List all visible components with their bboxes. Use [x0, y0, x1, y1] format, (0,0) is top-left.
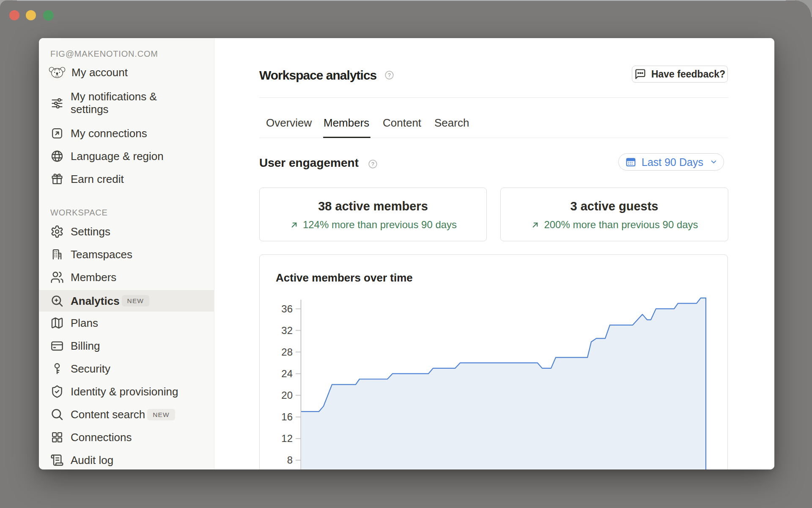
svg-text:28: 28	[281, 346, 293, 358]
svg-text:?: ?	[388, 72, 391, 78]
svg-text:16: 16	[281, 411, 293, 422]
svg-text:8: 8	[287, 454, 293, 466]
svg-text:?: ?	[371, 161, 374, 167]
svg-text:12: 12	[281, 433, 293, 444]
svg-text:24: 24	[281, 368, 293, 379]
svg-text:36: 36	[281, 303, 293, 315]
svg-text:20: 20	[281, 389, 293, 401]
svg-text:32: 32	[281, 325, 293, 336]
